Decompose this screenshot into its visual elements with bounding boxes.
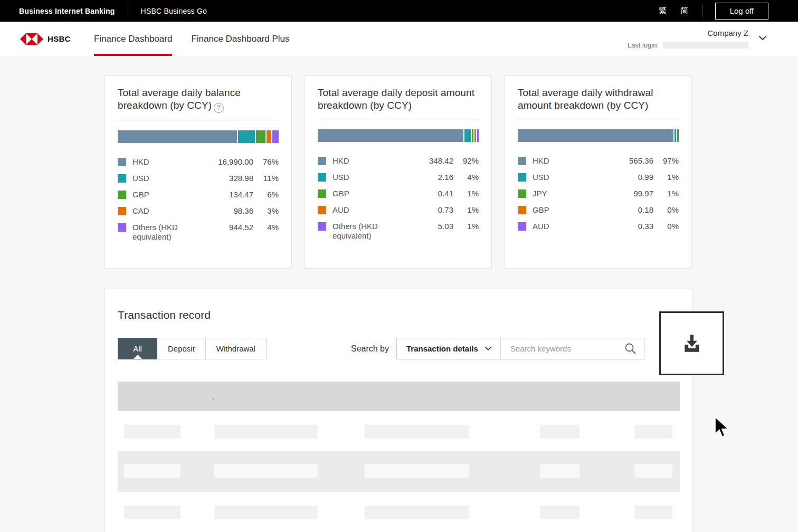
bar-segment-usd [674,129,676,142]
last-login-redacted-value [663,42,748,49]
legend-row: USD0.991% [518,173,679,182]
legend-percent: 4% [453,173,479,182]
filter-tab-all[interactable]: All [118,338,157,359]
legend-label: HKD [533,156,601,166]
legend-value: 348.42 [401,156,453,166]
nav-tab-finance-dashboard[interactable]: Finance Dashboard [94,22,172,56]
breakdown-card: Total average daily deposit amount break… [305,75,492,269]
search-area: Search by Transaction details [351,338,644,359]
legend-label: HKD [332,156,401,166]
legend-row: USD2.164% [318,173,479,182]
legend-percent: 6% [253,190,279,200]
legend-percent: 0% [653,222,679,231]
primary-nav: Finance DashboardFinance Dashboard Plus [94,22,290,56]
bar-segment-aud [474,129,476,142]
bar-segment-usd [238,130,255,143]
legend-row: GBP134.476% [118,190,279,200]
legend-value: 0.33 [601,222,653,231]
legend-percent: 1% [453,189,479,198]
legend-value: 98.36 [201,206,253,216]
transaction-filter-tabs: AllDepositWithdrawal [118,338,267,359]
business-internet-banking-link[interactable]: Business Internet Banking [19,7,115,15]
company-selector[interactable]: Company Z [707,28,748,37]
filter-tab-withdrawal[interactable]: Withdrawal [206,338,267,359]
legend-swatch-icon [318,173,326,182]
help-icon[interactable] [214,103,224,113]
legend-row: Others (HKD equivalent)5.031% [318,222,479,241]
legend-swatch-icon [118,207,126,215]
top-utility-bar: Business Internet Banking HSBC Business … [0,0,798,22]
breakdown-card: Total average daily balance breakdown (b… [104,75,292,269]
legend-swatch-icon [318,206,326,214]
bar-segment-hkd [118,130,237,143]
bar-segment-jpy [677,129,679,142]
legend-percent: 1% [653,189,679,198]
chevron-down-icon[interactable] [758,35,767,41]
skeleton-row [118,451,680,492]
legend-label: JPY [533,189,601,198]
brand-name: HSBC [48,34,71,43]
card-title: Total average daily deposit amount break… [318,87,474,111]
log-off-button[interactable]: Log off [715,3,768,20]
stacked-bar-chart [318,129,479,142]
card-divider [518,119,679,119]
legend-value: 5.03 [401,222,453,231]
nav-tab-finance-dashboard-plus[interactable]: Finance Dashboard Plus [191,22,289,56]
legend-label: Others (HKD equivalent) [332,222,401,241]
chevron-down-icon [484,346,492,351]
search-by-label: Search by [351,344,389,354]
search-group: Transaction details [396,338,644,359]
topbar-right-divider [702,5,702,17]
legend-row: GBP0.411% [318,189,479,198]
legend-row: Others (HKD equivalent)944.524% [118,223,279,242]
legend-value: 2.16 [401,173,453,182]
legend-percent: 0% [653,205,679,215]
card-divider [318,119,479,119]
legend-swatch-icon [318,189,326,198]
legend-label: GBP [533,205,601,215]
topbar-divider [128,6,128,16]
lang-traditional-chinese-link[interactable]: 繁 [659,6,667,16]
download-button[interactable] [659,311,724,375]
stacked-bar-chart [518,129,679,142]
legend-swatch-icon [518,157,526,165]
bar-segment-usd [464,129,471,142]
legend-row: JPY99.971% [518,189,679,198]
app-header: HSBC Finance DashboardFinance Dashboard … [0,22,798,56]
mouse-cursor [714,416,731,441]
hsbc-logo[interactable]: HSBC [20,22,71,56]
legend-row: USD328.9811% [118,174,279,183]
hsbc-business-go-link[interactable]: HSBC Business Go [141,7,207,15]
legend-label: HKD [132,157,201,167]
legend-percent: 76% [253,157,279,167]
skeleton-artifact-dot [213,398,214,400]
legend-swatch-icon [118,158,126,166]
legend-percent: 97% [653,156,679,166]
lang-simplified-chinese-link[interactable]: 简 [680,6,688,16]
transaction-record-title: Transaction record [118,309,680,321]
legend: HKD348.4292%USD2.164%GBP0.411%AUD0.731%O… [318,156,479,241]
skeleton-table-header [118,382,680,411]
search-icon[interactable] [624,343,636,355]
bar-segment-gbp [472,129,473,142]
legend-row: HKD565.3697% [518,156,679,166]
legend-label: AUD [332,205,401,215]
card-title: Total average daily withdrawal amount br… [518,87,653,111]
legend-swatch-icon [518,222,526,231]
legend-percent: 11% [253,174,279,183]
legend-swatch-icon [518,173,526,182]
bar-segment-others-hkd-equivalent [272,130,279,143]
legend-percent: 3% [253,206,279,216]
legend: HKD16,990.0076%USD328.9811%GBP134.476%CA… [118,157,279,242]
legend-row: HKD348.4292% [318,156,479,166]
legend-swatch-icon [118,174,126,183]
legend: HKD565.3697%USD0.991%JPY99.971%GBP0.180%… [518,156,679,231]
search-category-dropdown[interactable]: Transaction details [397,338,501,359]
legend-swatch-icon [318,157,326,165]
search-input[interactable] [501,338,624,359]
filter-tab-deposit[interactable]: Deposit [157,338,206,359]
legend-value: 565.36 [601,156,653,166]
bar-segment-hkd [318,129,463,142]
legend-value: 99.97 [601,189,653,198]
download-icon [681,332,703,355]
